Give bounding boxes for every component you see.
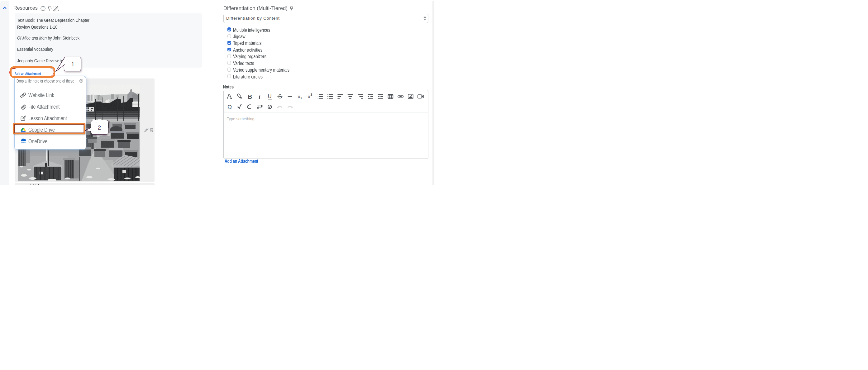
svg-text:+: + (55, 6, 56, 7)
svg-text:+: + (58, 9, 59, 11)
svg-text:2: 2 (300, 97, 302, 100)
svg-text:i: i (258, 93, 260, 100)
svg-text:x: x (308, 94, 310, 99)
svg-text:Ω: Ω (227, 104, 232, 110)
svg-text:i: i (43, 7, 43, 10)
svg-text:x: x (298, 94, 300, 99)
svg-text:B: B (248, 93, 252, 100)
svg-text:+: + (53, 6, 55, 8)
svg-text:3: 3 (317, 97, 319, 100)
svg-text:2: 2 (311, 93, 312, 96)
svg-text:U: U (268, 93, 272, 99)
svg-text:OneDrive: OneDrive (21, 142, 26, 143)
